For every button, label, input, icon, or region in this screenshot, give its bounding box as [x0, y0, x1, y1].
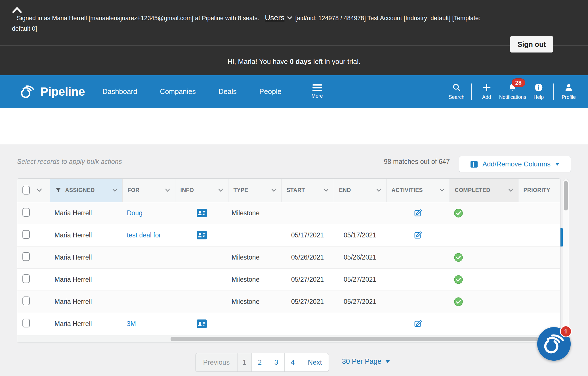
column-header-activities[interactable]: ACTIVITIES	[386, 179, 450, 202]
per-page-label: 30 Per Page	[342, 357, 381, 365]
edit-activity-icon[interactable]	[413, 319, 423, 329]
assigned-cell: Maria Herrell	[50, 202, 122, 224]
start-cell: 05/26/2021	[281, 246, 334, 268]
for-link[interactable]: Doug	[127, 209, 142, 217]
column-header-for[interactable]: FOR	[122, 179, 175, 202]
account-info-text: Signed in as Maria Herrell [mariaelenaju…	[12, 12, 480, 34]
column-header-type[interactable]: TYPE	[228, 179, 281, 202]
start-cell: 05/17/2021	[281, 224, 334, 246]
page-button-1[interactable]: 1	[238, 353, 252, 371]
assigned-cell: Maria Herrell	[50, 291, 122, 313]
profile-button[interactable]: Profile	[556, 83, 581, 100]
collapse-banner-button[interactable]	[12, 7, 22, 13]
edit-activity-icon[interactable]	[413, 231, 423, 240]
select-all-checkbox[interactable]	[22, 186, 30, 195]
nav-item-deals[interactable]: Deals	[219, 87, 237, 96]
activities-cell	[386, 268, 450, 291]
row-checkbox[interactable]	[22, 274, 30, 283]
add-label: Add	[482, 94, 491, 100]
add-remove-columns-button[interactable]: Add/Remove Columns	[459, 156, 571, 172]
chevron-down-icon[interactable]	[376, 189, 381, 192]
end-cell	[334, 202, 386, 224]
contact-card-icon[interactable]	[197, 209, 207, 217]
vertical-scrollbar-thumb[interactable]	[564, 181, 568, 210]
add-button[interactable]: Add	[474, 83, 499, 100]
completed-cell	[450, 268, 518, 291]
column-header-priority[interactable]: PRIORITY	[518, 179, 560, 202]
per-page-selector[interactable]: 30 Per Page	[342, 357, 390, 365]
page-button-2[interactable]: 2	[252, 353, 268, 371]
priority-cell	[518, 291, 560, 313]
nav-item-dashboard[interactable]: Dashboard	[102, 87, 137, 96]
chevron-down-icon[interactable]	[37, 188, 42, 192]
end-date: 05/17/2021	[344, 231, 376, 239]
activities-cell	[386, 291, 450, 313]
page-button-3[interactable]: 3	[268, 353, 285, 371]
vertical-scrollbar[interactable]	[563, 179, 569, 341]
type-cell: Milestone	[228, 246, 281, 268]
chevron-down-icon[interactable]	[508, 189, 513, 192]
contact-card-icon[interactable]	[197, 319, 207, 328]
column-header-info[interactable]: INFO	[175, 179, 228, 202]
chevron-down-icon[interactable]	[271, 189, 276, 192]
row-checkbox[interactable]	[22, 208, 30, 217]
chevron-down-icon[interactable]	[218, 189, 223, 192]
brand-logo[interactable]: Pipeline	[19, 83, 85, 100]
for-link[interactable]: 3M	[127, 320, 136, 327]
column-header-select	[17, 179, 50, 202]
chevron-down-icon[interactable]	[324, 189, 329, 192]
page-button-4[interactable]: 4	[285, 353, 301, 371]
horizontal-scrollbar-thumb[interactable]	[171, 337, 538, 341]
activities-cell	[386, 202, 450, 224]
matches-count: 98 matches out of 647	[384, 158, 450, 166]
previous-page-button[interactable]: Previous	[196, 353, 238, 371]
banner-divider	[0, 45, 588, 46]
chat-badge: 1	[560, 325, 572, 337]
for-cell	[122, 246, 175, 268]
table-body: Maria Herrell Doug Milestone Maria Herre…	[17, 202, 560, 335]
horizontal-scrollbar[interactable]	[17, 335, 560, 342]
column-header-end[interactable]: END	[334, 179, 386, 202]
column-header-completed[interactable]: COMPLETED	[450, 179, 518, 202]
nav-item-people[interactable]: People	[259, 87, 282, 96]
row-checkbox[interactable]	[22, 252, 30, 261]
users-dropdown[interactable]: Users	[265, 12, 292, 23]
row-checkbox[interactable]	[22, 296, 30, 305]
caret-down-icon	[555, 163, 560, 166]
next-page-button[interactable]: Next	[301, 353, 329, 371]
for-link[interactable]: test deal for	[127, 231, 161, 239]
help-button[interactable]: Help	[526, 83, 551, 100]
row-checkbox[interactable]	[22, 319, 30, 327]
chat-widget-button[interactable]: 1	[537, 327, 571, 361]
columns-icon	[470, 161, 478, 168]
notifications-label: Notifications	[499, 94, 526, 100]
account-line-2: default 0]	[12, 24, 480, 34]
chevron-down-icon[interactable]	[112, 189, 117, 192]
end-cell: 05/27/2021	[334, 268, 386, 291]
notifications-button[interactable]: 28 Notifications	[499, 83, 526, 100]
start-cell	[281, 313, 334, 335]
start-date: 05/26/2021	[291, 254, 324, 261]
chevron-down-icon[interactable]	[440, 189, 444, 192]
contact-card-icon[interactable]	[197, 231, 207, 239]
info-cell	[175, 224, 228, 246]
end-cell: 05/27/2021	[334, 291, 386, 313]
completed-cell	[450, 291, 518, 313]
type-cell: Milestone	[228, 291, 281, 313]
search-button[interactable]: Search	[444, 83, 469, 100]
completed-cell	[450, 313, 518, 335]
start-cell: 05/27/2021	[281, 268, 334, 291]
nav-item-companies[interactable]: Companies	[160, 87, 196, 96]
column-header-assigned[interactable]: ASSIGNED	[50, 179, 122, 202]
chevron-down-icon[interactable]	[165, 189, 170, 192]
sign-out-button[interactable]: Sign out	[510, 36, 553, 53]
trial-days-left: 0 days	[290, 58, 311, 65]
end-cell: 05/26/2021	[334, 246, 386, 268]
assigned-text: Maria Herrell	[54, 231, 92, 239]
nav-item-more[interactable]: More	[312, 84, 323, 99]
column-header-start[interactable]: START	[281, 179, 334, 202]
start-cell	[281, 202, 334, 224]
edit-activity-icon[interactable]	[413, 208, 423, 218]
row-checkbox[interactable]	[22, 230, 30, 239]
column-label: FOR	[128, 187, 140, 193]
